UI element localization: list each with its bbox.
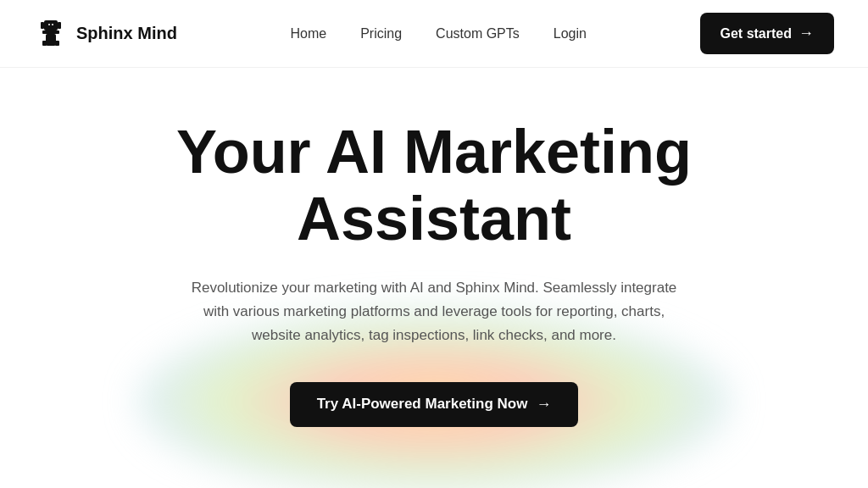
nav-item-login[interactable]: Login [554, 26, 587, 42]
logo-area[interactable]: Sphinx Mind [34, 17, 177, 51]
svg-rect-3 [42, 30, 59, 34]
nav-item-custom-gpts[interactable]: Custom GPTs [436, 26, 520, 42]
hero-subtitle: Revolutionize your marketing with AI and… [188, 276, 680, 347]
hero-title: Your AI Marketing Assistant [137, 119, 731, 252]
svg-rect-5 [46, 34, 56, 46]
svg-rect-8 [46, 29, 48, 34]
svg-rect-1 [41, 22, 44, 29]
cta-label: Try AI-Powered Marketing Now [317, 396, 528, 413]
hero-content: Your AI Marketing Assistant Revolutioniz… [137, 119, 731, 427]
cta-button[interactable]: Try AI-Powered Marketing Now → [290, 382, 579, 427]
svg-rect-9 [53, 29, 56, 34]
svg-rect-7 [55, 41, 59, 46]
nav-link-home[interactable]: Home [290, 26, 326, 41]
arrow-right-icon: → [798, 25, 814, 42]
nav-links: Home Pricing Custom GPTs Login [290, 26, 586, 42]
svg-rect-2 [58, 22, 61, 29]
nav-item-pricing[interactable]: Pricing [360, 26, 402, 42]
svg-rect-6 [42, 41, 47, 46]
hero-section: Your AI Marketing Assistant Revolutioniz… [0, 68, 868, 427]
navbar: Sphinx Mind Home Pricing Custom GPTs Log… [0, 0, 868, 68]
cta-arrow-icon: → [536, 396, 551, 413]
nav-link-custom-gpts[interactable]: Custom GPTs [436, 26, 520, 41]
get-started-button[interactable]: Get started → [700, 13, 834, 54]
get-started-label: Get started [721, 26, 792, 42]
logo-text: Sphinx Mind [76, 24, 177, 43]
sphinx-logo-icon [34, 17, 68, 51]
nav-link-login[interactable]: Login [554, 26, 587, 41]
svg-point-11 [52, 24, 53, 25]
nav-item-home[interactable]: Home [290, 26, 326, 42]
svg-point-10 [48, 24, 50, 25]
nav-link-pricing[interactable]: Pricing [360, 26, 402, 41]
